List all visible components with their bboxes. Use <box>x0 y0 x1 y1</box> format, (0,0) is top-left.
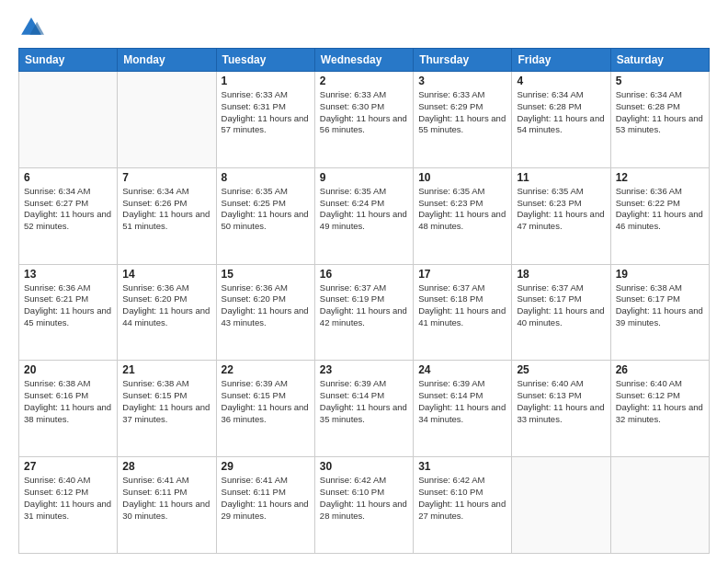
calendar-cell: 9Sunrise: 6:35 AM Sunset: 6:24 PM Daylig… <box>314 167 413 264</box>
day-number: 30 <box>320 460 408 473</box>
calendar-cell <box>118 72 216 168</box>
day-info: Sunrise: 6:36 AM Sunset: 6:20 PM Dayligh… <box>222 282 310 329</box>
day-info: Sunrise: 6:41 AM Sunset: 6:11 PM Dayligh… <box>122 475 210 522</box>
day-info: Sunrise: 6:41 AM Sunset: 6:11 PM Dayligh… <box>222 475 310 522</box>
day-info: Sunrise: 6:34 AM Sunset: 6:28 PM Dayligh… <box>517 89 605 136</box>
calendar-cell: 24Sunrise: 6:39 AM Sunset: 6:14 PM Dayli… <box>414 361 512 457</box>
day-number: 26 <box>616 363 704 376</box>
day-info: Sunrise: 6:35 AM Sunset: 6:23 PM Dayligh… <box>418 186 506 233</box>
calendar-cell: 12Sunrise: 6:36 AM Sunset: 6:22 PM Dayli… <box>610 167 709 264</box>
day-info: Sunrise: 6:36 AM Sunset: 6:21 PM Dayligh… <box>24 282 112 329</box>
calendar-cell: 4Sunrise: 6:34 AM Sunset: 6:28 PM Daylig… <box>512 72 610 168</box>
calendar-cell <box>610 457 709 554</box>
calendar-header-wednesday: Wednesday <box>314 49 413 72</box>
calendar-cell: 22Sunrise: 6:39 AM Sunset: 6:15 PM Dayli… <box>216 361 314 457</box>
calendar-cell: 23Sunrise: 6:39 AM Sunset: 6:14 PM Dayli… <box>314 361 413 457</box>
day-number: 11 <box>517 171 605 184</box>
day-info: Sunrise: 6:37 AM Sunset: 6:18 PM Dayligh… <box>418 282 506 329</box>
day-info: Sunrise: 6:39 AM Sunset: 6:14 PM Dayligh… <box>320 378 408 425</box>
day-number: 22 <box>222 363 310 376</box>
day-number: 15 <box>222 268 310 281</box>
day-number: 9 <box>320 171 408 184</box>
calendar-cell: 25Sunrise: 6:40 AM Sunset: 6:13 PM Dayli… <box>512 361 610 457</box>
day-number: 21 <box>122 363 210 376</box>
day-info: Sunrise: 6:39 AM Sunset: 6:15 PM Dayligh… <box>222 378 310 425</box>
day-info: Sunrise: 6:35 AM Sunset: 6:24 PM Dayligh… <box>320 186 408 233</box>
calendar-cell: 1Sunrise: 6:33 AM Sunset: 6:31 PM Daylig… <box>216 72 314 168</box>
calendar-header-tuesday: Tuesday <box>216 49 314 72</box>
calendar-cell: 27Sunrise: 6:40 AM Sunset: 6:12 PM Dayli… <box>19 457 118 554</box>
day-info: Sunrise: 6:40 AM Sunset: 6:13 PM Dayligh… <box>517 378 605 425</box>
day-number: 12 <box>616 171 704 184</box>
day-number: 24 <box>418 363 506 376</box>
day-info: Sunrise: 6:36 AM Sunset: 6:20 PM Dayligh… <box>122 282 210 329</box>
day-number: 31 <box>418 460 506 473</box>
day-info: Sunrise: 6:42 AM Sunset: 6:10 PM Dayligh… <box>418 475 506 522</box>
day-info: Sunrise: 6:38 AM Sunset: 6:15 PM Dayligh… <box>122 378 210 425</box>
calendar-cell: 18Sunrise: 6:37 AM Sunset: 6:17 PM Dayli… <box>512 264 610 361</box>
day-info: Sunrise: 6:40 AM Sunset: 6:12 PM Dayligh… <box>616 378 704 425</box>
day-info: Sunrise: 6:36 AM Sunset: 6:22 PM Dayligh… <box>616 186 704 233</box>
calendar-cell: 29Sunrise: 6:41 AM Sunset: 6:11 PM Dayli… <box>216 457 314 554</box>
day-number: 5 <box>616 75 704 87</box>
day-number: 13 <box>24 268 112 281</box>
day-info: Sunrise: 6:42 AM Sunset: 6:10 PM Dayligh… <box>320 475 408 522</box>
day-number: 10 <box>418 171 506 184</box>
calendar-cell: 11Sunrise: 6:35 AM Sunset: 6:23 PM Dayli… <box>512 167 610 264</box>
calendar-cell: 28Sunrise: 6:41 AM Sunset: 6:11 PM Dayli… <box>118 457 216 554</box>
calendar-cell: 20Sunrise: 6:38 AM Sunset: 6:16 PM Dayli… <box>19 361 118 457</box>
calendar-cell: 7Sunrise: 6:34 AM Sunset: 6:26 PM Daylig… <box>118 167 216 264</box>
calendar-cell: 31Sunrise: 6:42 AM Sunset: 6:10 PM Dayli… <box>414 457 512 554</box>
day-info: Sunrise: 6:38 AM Sunset: 6:16 PM Dayligh… <box>24 378 112 425</box>
day-number: 17 <box>418 268 506 281</box>
calendar-cell: 30Sunrise: 6:42 AM Sunset: 6:10 PM Dayli… <box>314 457 413 554</box>
calendar-week-row: 6Sunrise: 6:34 AM Sunset: 6:27 PM Daylig… <box>19 167 710 264</box>
day-number: 7 <box>122 171 210 184</box>
day-number: 25 <box>517 363 605 376</box>
day-info: Sunrise: 6:39 AM Sunset: 6:14 PM Dayligh… <box>418 378 506 425</box>
day-number: 19 <box>616 268 704 281</box>
day-number: 4 <box>517 75 605 87</box>
header <box>18 15 710 40</box>
day-info: Sunrise: 6:33 AM Sunset: 6:29 PM Dayligh… <box>418 89 506 136</box>
calendar-cell: 10Sunrise: 6:35 AM Sunset: 6:23 PM Dayli… <box>414 167 512 264</box>
calendar-cell: 17Sunrise: 6:37 AM Sunset: 6:18 PM Dayli… <box>414 264 512 361</box>
day-info: Sunrise: 6:38 AM Sunset: 6:17 PM Dayligh… <box>616 282 704 329</box>
day-info: Sunrise: 6:37 AM Sunset: 6:19 PM Dayligh… <box>320 282 408 329</box>
day-number: 20 <box>24 363 112 376</box>
calendar-week-row: 27Sunrise: 6:40 AM Sunset: 6:12 PM Dayli… <box>19 457 710 554</box>
calendar-header-friday: Friday <box>512 49 610 72</box>
day-info: Sunrise: 6:37 AM Sunset: 6:17 PM Dayligh… <box>517 282 605 329</box>
calendar-cell: 26Sunrise: 6:40 AM Sunset: 6:12 PM Dayli… <box>610 361 709 457</box>
day-number: 16 <box>320 268 408 281</box>
calendar-header-row: SundayMondayTuesdayWednesdayThursdayFrid… <box>19 49 710 72</box>
day-info: Sunrise: 6:35 AM Sunset: 6:25 PM Dayligh… <box>222 186 310 233</box>
calendar-week-row: 13Sunrise: 6:36 AM Sunset: 6:21 PM Dayli… <box>19 264 710 361</box>
calendar-cell: 14Sunrise: 6:36 AM Sunset: 6:20 PM Dayli… <box>118 264 216 361</box>
calendar-cell: 15Sunrise: 6:36 AM Sunset: 6:20 PM Dayli… <box>216 264 314 361</box>
day-info: Sunrise: 6:34 AM Sunset: 6:28 PM Dayligh… <box>616 89 704 136</box>
day-number: 6 <box>24 171 112 184</box>
calendar-cell: 6Sunrise: 6:34 AM Sunset: 6:27 PM Daylig… <box>19 167 118 264</box>
calendar-cell <box>19 72 118 168</box>
day-number: 18 <box>517 268 605 281</box>
calendar-table: SundayMondayTuesdayWednesdayThursdayFrid… <box>18 48 710 554</box>
calendar-cell: 21Sunrise: 6:38 AM Sunset: 6:15 PM Dayli… <box>118 361 216 457</box>
day-info: Sunrise: 6:33 AM Sunset: 6:31 PM Dayligh… <box>222 89 310 136</box>
day-number: 8 <box>222 171 310 184</box>
day-number: 2 <box>320 75 408 87</box>
calendar-week-row: 20Sunrise: 6:38 AM Sunset: 6:16 PM Dayli… <box>19 361 710 457</box>
day-info: Sunrise: 6:40 AM Sunset: 6:12 PM Dayligh… <box>24 475 112 522</box>
day-info: Sunrise: 6:35 AM Sunset: 6:23 PM Dayligh… <box>517 186 605 233</box>
calendar-cell: 8Sunrise: 6:35 AM Sunset: 6:25 PM Daylig… <box>216 167 314 264</box>
day-number: 23 <box>320 363 408 376</box>
calendar-header-saturday: Saturday <box>610 49 709 72</box>
calendar-cell: 3Sunrise: 6:33 AM Sunset: 6:29 PM Daylig… <box>414 72 512 168</box>
logo-icon <box>18 15 44 40</box>
day-info: Sunrise: 6:34 AM Sunset: 6:26 PM Dayligh… <box>122 186 210 233</box>
calendar-cell: 2Sunrise: 6:33 AM Sunset: 6:30 PM Daylig… <box>314 72 413 168</box>
calendar-cell: 13Sunrise: 6:36 AM Sunset: 6:21 PM Dayli… <box>19 264 118 361</box>
calendar-cell: 19Sunrise: 6:38 AM Sunset: 6:17 PM Dayli… <box>610 264 709 361</box>
day-info: Sunrise: 6:33 AM Sunset: 6:30 PM Dayligh… <box>320 89 408 136</box>
day-number: 14 <box>122 268 210 281</box>
